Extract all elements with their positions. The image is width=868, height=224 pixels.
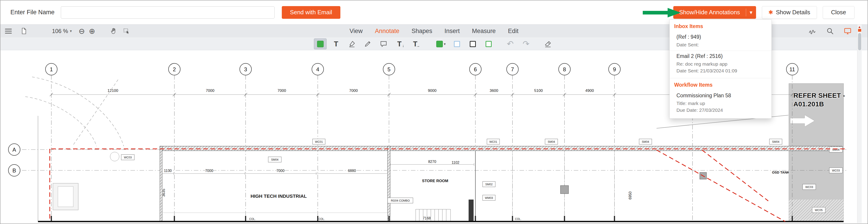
details-star-icon: ✱ bbox=[769, 9, 773, 16]
hand-icon bbox=[110, 27, 117, 35]
inbox-item[interactable]: Email 2 (Ref : 2516) Re: doc reg markup … bbox=[670, 51, 771, 77]
equipment-tag: WC01 bbox=[313, 139, 325, 144]
svg-text:SM04: SM04 bbox=[772, 140, 780, 143]
building-walls bbox=[38, 115, 844, 224]
zoom-level-value: 106 % bbox=[52, 28, 68, 34]
dim-text: 8270 bbox=[428, 160, 436, 164]
annotation-position-tick[interactable] bbox=[858, 29, 861, 32]
outline-color-green[interactable] bbox=[482, 38, 495, 49]
equipment-tag: WC03 bbox=[803, 184, 816, 190]
text-tool-icon: T bbox=[334, 40, 338, 48]
chevron-down-icon: ▾ bbox=[444, 42, 445, 46]
outline-color-black[interactable] bbox=[466, 38, 479, 49]
eraser-tool[interactable] bbox=[541, 38, 554, 49]
comment-bubble-icon bbox=[380, 40, 388, 48]
show-details-label: Show Details bbox=[776, 9, 810, 16]
ribbon-tabs: View Annotate Shapes Insert Measure Edit bbox=[350, 24, 519, 37]
refer-sheet-region: REFER SHEET - A01.201B bbox=[789, 83, 845, 222]
inbox-item-title: (Ref : 949) bbox=[677, 34, 767, 40]
tab-view[interactable]: View bbox=[350, 28, 363, 35]
inbox-item-title: Email 2 (Ref : 2516) bbox=[677, 53, 767, 59]
dimension-label: 4900 bbox=[585, 88, 594, 93]
scrollbar-thumb[interactable] bbox=[858, 33, 861, 50]
show-hide-annotations-button[interactable]: Show/Hide Annotations ▾ bbox=[673, 6, 756, 19]
grid-bubble-label: A bbox=[12, 147, 16, 153]
ribbon-right-tools bbox=[808, 27, 852, 35]
red-annotation-lines[interactable] bbox=[50, 149, 845, 222]
search-icon bbox=[826, 27, 834, 35]
svg-text:WC01: WC01 bbox=[489, 140, 497, 143]
inbox-item-subject: Re: doc reg markup app bbox=[677, 61, 767, 67]
dimension-label: 7000 bbox=[206, 88, 214, 93]
grid-bubble-label: 2 bbox=[173, 66, 176, 73]
equipment-tag: SM04 bbox=[545, 139, 558, 144]
svg-text:SM02: SM02 bbox=[485, 183, 493, 186]
green-fill-swatch-icon bbox=[317, 41, 323, 47]
dimension-label: 9000 bbox=[428, 88, 436, 93]
text-tool[interactable]: T bbox=[330, 38, 342, 49]
workflow-items-header: Workflow Items bbox=[670, 78, 771, 90]
dimension-label: 5100 bbox=[534, 88, 543, 93]
search-button[interactable] bbox=[826, 27, 834, 35]
eraser-icon bbox=[544, 40, 552, 48]
zoom-out-button[interactable]: ⊖ bbox=[79, 27, 85, 35]
dim-text: 6950 bbox=[628, 191, 632, 200]
select-area-button[interactable] bbox=[123, 27, 130, 35]
undo-button[interactable]: ↶ bbox=[504, 38, 517, 49]
room-label-high-tech: HIGH TECH INDUSTRIAL bbox=[251, 193, 307, 199]
refer-sheet-label: REFER SHEET - bbox=[794, 92, 845, 99]
blue-outline-swatch-icon bbox=[454, 41, 460, 47]
col-text: COL. bbox=[515, 218, 521, 221]
tab-annotate[interactable]: Annotate bbox=[375, 28, 399, 35]
signature-button[interactable] bbox=[808, 27, 816, 35]
page-thumbnails-button[interactable] bbox=[20, 27, 28, 35]
svg-text:WC03: WC03 bbox=[124, 156, 132, 159]
comment-tool[interactable] bbox=[377, 38, 390, 49]
dimension-label: 7000 bbox=[278, 88, 286, 93]
pen-tool[interactable] bbox=[362, 38, 374, 49]
grid-bubble-label: 11 bbox=[789, 66, 795, 73]
highlighter-tool[interactable] bbox=[346, 38, 358, 49]
svg-text:WC03: WC03 bbox=[832, 169, 840, 172]
green-fill-swatch-icon bbox=[436, 41, 443, 47]
menu-button[interactable] bbox=[5, 29, 12, 33]
inbox-item[interactable]: (Ref : 949) Date Sent: bbox=[670, 32, 771, 51]
tab-insert[interactable]: Insert bbox=[444, 28, 460, 35]
zoom-in-button[interactable]: ⊕ bbox=[89, 27, 95, 35]
selected-color-tool[interactable] bbox=[314, 38, 327, 49]
room-label-osd-tank: OSD TANK bbox=[772, 170, 789, 174]
zoom-level-select[interactable]: 106 % ▾ bbox=[52, 28, 72, 34]
vertical-scrollbar[interactable]: ▲ bbox=[857, 24, 862, 223]
fill-color-picker[interactable]: ▾ bbox=[435, 38, 447, 49]
chevron-down-icon: ▾ bbox=[70, 29, 72, 33]
outline-color-blue[interactable] bbox=[451, 38, 463, 49]
redo-button[interactable]: ↷ bbox=[520, 38, 532, 49]
text-callout-right-tool[interactable]: T → bbox=[409, 38, 422, 49]
col-text: COL. bbox=[318, 218, 325, 221]
grid-bubble-label: 8 bbox=[563, 66, 566, 73]
workflow-item[interactable]: Commissioning Plan 58 Title: mark up Due… bbox=[670, 90, 771, 116]
file-name-input[interactable] bbox=[61, 6, 275, 19]
monitor-button[interactable] bbox=[844, 27, 852, 35]
equipment-tag: SM04 bbox=[268, 157, 281, 162]
inbox-item-date: Date Sent: 21/03/2024 01:09 bbox=[677, 67, 767, 74]
show-details-button[interactable]: ✱ Show Details bbox=[762, 6, 817, 19]
text-tool-icon: T bbox=[397, 40, 402, 48]
green-arrow-annotation[interactable] bbox=[643, 7, 682, 18]
undo-icon: ↶ bbox=[507, 40, 514, 48]
send-with-email-button[interactable]: Send with Email bbox=[282, 6, 340, 19]
text-callout-down-tool[interactable]: T ↓ bbox=[393, 38, 406, 49]
dim-text: 3635 bbox=[162, 189, 165, 197]
tab-edit[interactable]: Edit bbox=[508, 28, 519, 35]
tab-shapes[interactable]: Shapes bbox=[412, 28, 432, 35]
workflow-item-subtitle: Title: mark up bbox=[677, 100, 767, 107]
equipment-tag: WC03 bbox=[121, 155, 134, 160]
tab-measure[interactable]: Measure bbox=[472, 28, 496, 35]
marquee-select-icon bbox=[123, 27, 130, 35]
pan-tool-button[interactable] bbox=[110, 27, 117, 35]
close-button[interactable]: Close bbox=[823, 6, 855, 19]
top-bar-actions: Show/Hide Annotations ▾ ✱ Show Details C… bbox=[673, 6, 855, 19]
annotation-marker-icon[interactable]: ▲ bbox=[857, 25, 862, 29]
grid-bubble-label: 7 bbox=[511, 66, 514, 73]
chevron-down-icon[interactable]: ▾ bbox=[746, 9, 756, 16]
